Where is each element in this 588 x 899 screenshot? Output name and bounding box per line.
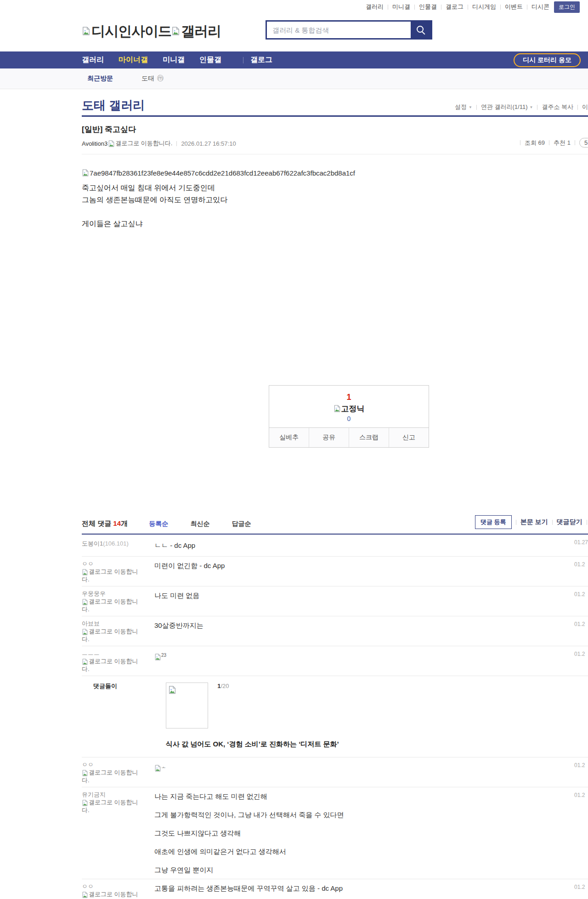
downvote-count[interactable]: 0: [269, 415, 429, 422]
usage-guide-link[interactable]: 이용: [582, 103, 588, 111]
author-gallog-link[interactable]: 갤로그로 이동합니다.: [107, 139, 172, 148]
comment-image-alt: 23: [161, 653, 166, 658]
divider: [176, 141, 177, 146]
broken-image-icon: [82, 658, 88, 666]
gallog-link[interactable]: 갤로그로 이동합니다.: [82, 628, 141, 643]
site-logo[interactable]: 디시인사이드 갤러리: [82, 22, 221, 41]
tab-sort-reply[interactable]: 답글순: [232, 520, 251, 527]
comment-nickname[interactable]: 도봉이1: [82, 540, 103, 547]
report-button[interactable]: 신고: [389, 428, 429, 447]
comment-nickname[interactable]: ㅡㅡㅡ: [82, 650, 100, 657]
comment-text: 30살중반까지는: [154, 620, 588, 643]
broken-image-icon: [168, 686, 176, 695]
ad-page-counter: 1/20: [217, 683, 229, 690]
utility-link-dccon[interactable]: 디시콘: [531, 3, 549, 11]
nav-item-persongall[interactable]: 인물갤: [199, 55, 221, 65]
comment-date: 01.2: [574, 792, 585, 798]
recent-visit-label[interactable]: 최근방문: [87, 74, 113, 83]
comment-row: ㅇㅇ 갤로그로 이동합니다. ㅗ 01.2: [82, 757, 588, 787]
gallog-link[interactable]: 갤로그로 이동합니다.: [82, 598, 141, 613]
gallog-link-text: 갤로그로 이동합니다.: [82, 658, 138, 672]
comment-author: 우웅웅우 갤로그로 이동합니다.: [82, 590, 154, 613]
upvote-count[interactable]: 1: [269, 393, 429, 402]
ad-thumbnail[interactable]: [166, 683, 208, 728]
gallog-link-text: 갤로그로 이동합니다.: [82, 598, 138, 613]
comment-text: ㄴㄴ - dc App: [154, 540, 588, 551]
divider: [575, 140, 575, 145]
nav-item-minigall[interactable]: 미니갤: [163, 55, 185, 65]
breadcrumb[interactable]: 도태 ⓜ: [141, 74, 164, 83]
comment-nickname[interactable]: ㅇㅇ: [82, 883, 94, 890]
comment-nickname[interactable]: 유기금지: [82, 791, 106, 798]
utility-link-gallog[interactable]: 갤로그: [446, 3, 464, 11]
comment-nickname[interactable]: 우웅웅우: [82, 590, 106, 597]
gallog-link[interactable]: 갤로그로 이동합니다.: [82, 799, 141, 814]
settings-link[interactable]: 설정: [455, 103, 467, 111]
utility-link-gallery[interactable]: 갤러리: [366, 3, 384, 11]
comment-date: 01.2: [574, 561, 585, 568]
broken-image-icon: [82, 891, 88, 899]
gallog-link[interactable]: 갤로그로 이동합니다.: [82, 568, 141, 583]
post-title: [일반] 죽고싶다: [82, 124, 588, 135]
nav-item-gallog[interactable]: 갤로그: [250, 55, 272, 65]
nav-item-minorgall-active[interactable]: 마이너갤: [119, 55, 148, 65]
utility-link-persongall[interactable]: 인물갤: [419, 3, 437, 11]
tab-sort-newest[interactable]: 최신순: [190, 520, 209, 527]
ad-page-total: /20: [220, 683, 229, 689]
gallog-link[interactable]: 갤로그로 이동합니다.: [82, 891, 141, 899]
silbechu-button[interactable]: 실베추: [269, 428, 309, 447]
divider: [388, 5, 388, 10]
broken-image-icon: [82, 167, 89, 179]
fixed-nick-row[interactable]: 고정닉: [269, 404, 429, 414]
comment-text: 나는 지금 죽는다고 해도 미련 없긴해 그게 불가항력적인 것이나, 그냥 내…: [154, 791, 588, 876]
comment-nickname[interactable]: 아뵤뵤: [82, 620, 100, 627]
chevron-down-icon: ▼: [469, 105, 472, 109]
copy-gallery-url-link[interactable]: 갤주소 복사: [542, 103, 573, 111]
gallog-link-text: 갤로그로 이동합니다.: [115, 139, 172, 148]
comment-nickname[interactable]: ㅇㅇ: [82, 560, 94, 567]
divider: [537, 105, 537, 110]
utility-link-minigall[interactable]: 미니갤: [392, 3, 410, 11]
comment-broken-image[interactable]: 23: [154, 650, 588, 672]
comment-author: ㅇㅇ 갤로그로 이동합니다.: [82, 560, 154, 583]
divider: [549, 140, 549, 145]
ad-headline[interactable]: 식사 값 넘어도 OK, ‘경험 소비’로 진화하는 ‘디저트 문화’: [166, 739, 588, 750]
broken-image-icon: [82, 27, 90, 37]
post-broken-image[interactable]: 7ae9847fb28361f23fe8e9e44e857c6cdd2e21d6…: [82, 167, 588, 179]
view-post-button[interactable]: 본문 보기: [520, 518, 548, 526]
comment-count-pill[interactable]: 5: [579, 138, 588, 148]
scrap-button[interactable]: 스크랩: [349, 428, 389, 447]
search-icon: [422, 31, 425, 34]
comment-row: ㅇㅇ 갤로그로 이동합니다. 고통을 피하려는 생존본능때문에 꾸역꾸역 살고 …: [82, 879, 588, 899]
comment-date: 01.2: [574, 762, 585, 768]
utility-link-dcgame[interactable]: 디시게임: [472, 3, 496, 11]
gallog-link[interactable]: 갤로그로 이동합니다.: [82, 658, 141, 672]
gallog-link[interactable]: 갤로그로 이동합니다.: [82, 769, 141, 784]
comment-author: 아뵤뵤 갤로그로 이동합니다.: [82, 620, 154, 643]
recent-visit-bar: 최근방문 도태 ⓜ: [0, 68, 588, 89]
broken-image-icon: [82, 628, 88, 636]
divider: [516, 520, 516, 525]
divider: [577, 105, 578, 110]
related-galleries-link[interactable]: 연관 갤러리(1/11): [481, 103, 528, 111]
tab-sort-registered[interactable]: 등록순: [149, 520, 168, 527]
comments-count-unit: 개: [121, 519, 128, 527]
recommend-count: 추천 1: [554, 139, 571, 147]
write-comment-button[interactable]: 댓글 등록: [475, 515, 512, 529]
post-text-line: 죽고싶어서 매일 침대 위에서 기도중인데: [82, 182, 588, 194]
comment-row: 도봉이1(106.101) ㄴㄴ - dc App 01.27 16: [82, 535, 588, 557]
comment-broken-image[interactable]: ㅗ: [154, 761, 588, 784]
search-input[interactable]: [267, 22, 411, 38]
close-comments-button[interactable]: 댓글닫기: [557, 518, 582, 526]
comment-nickname[interactable]: ㅇㅇ: [82, 761, 94, 768]
share-button[interactable]: 공유: [309, 428, 349, 447]
login-button[interactable]: 로그인: [554, 1, 580, 13]
comment-date: 01.2: [574, 621, 585, 627]
post-author[interactable]: Avolition3: [82, 140, 107, 147]
divider: [552, 520, 553, 525]
nav-item-gallery[interactable]: 갤러리: [82, 55, 104, 65]
dc-lottery-button[interactable]: 디시 로터리 응모: [514, 53, 581, 67]
breadcrumb-gallery-name[interactable]: 도태: [141, 74, 154, 82]
search-button[interactable]: [411, 22, 431, 38]
utility-link-event[interactable]: 이벤트: [505, 3, 523, 11]
